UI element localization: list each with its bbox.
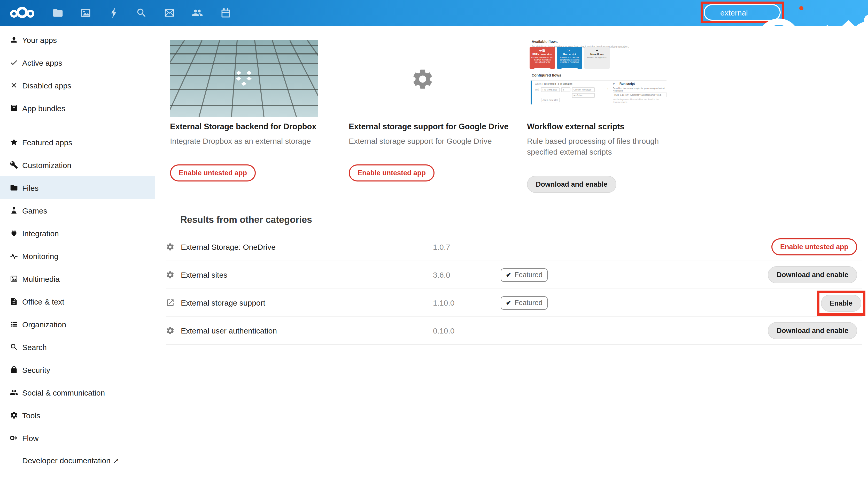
preview-available-flows-title: Available flows <box>532 40 558 44</box>
flow-icon <box>10 434 18 442</box>
app-name: External storage support <box>181 298 265 307</box>
clear-search-icon[interactable] <box>768 9 775 16</box>
sidebar-item-office-text[interactable]: Office & text <box>0 290 155 313</box>
download-and-enable-button[interactable]: Download and enable <box>768 266 857 283</box>
gear-icon <box>10 411 18 419</box>
activity-bolt-icon[interactable] <box>108 7 119 19</box>
star-icon <box>10 138 18 146</box>
active-app-caret <box>842 20 855 26</box>
apps-sidebar: Your apps Active apps Disabled apps App … <box>0 26 155 485</box>
lock-icon <box>10 366 18 374</box>
table-row-onedrive: External Storage: OneDrive 1.0.7 Enable … <box>166 233 862 261</box>
search-box[interactable] <box>704 4 781 21</box>
workflow-app-screenshot: Available flows For details on how to wr… <box>527 37 668 111</box>
mail-icon[interactable] <box>164 7 175 19</box>
photos-icon[interactable] <box>80 7 91 19</box>
check-icon: ✔ <box>506 271 512 279</box>
joystick-icon <box>10 206 18 215</box>
download-and-enable-button[interactable]: Download and enable <box>527 176 616 193</box>
top-bar <box>0 0 868 26</box>
download-and-enable-button[interactable]: Download and enable <box>768 322 857 339</box>
developer-documentation-link[interactable]: Developer documentation ↗ <box>0 449 155 472</box>
terminal-icon: >_ <box>613 82 616 85</box>
sidebar-item-app-bundles[interactable]: App bundles <box>0 97 155 119</box>
app-version: 1.10.0 <box>433 298 455 307</box>
sidebar-item-disabled-apps[interactable]: Disabled apps <box>0 74 155 97</box>
preview-flow-pdf: ➜🗎 PDF conversion Convert documents into… <box>530 47 555 69</box>
pdf-icon: ➜🗎 <box>530 49 555 53</box>
app-name: External Storage: OneDrive <box>181 242 276 251</box>
enable-untested-app-button[interactable]: Enable untested app <box>771 238 857 255</box>
contacts-menu-icon[interactable] <box>817 7 829 19</box>
app-card-subtitle: Integrate Dropbox as an external storage <box>170 136 311 146</box>
folder-icon <box>10 183 18 192</box>
sidebar-item-active-apps[interactable]: Active apps <box>0 51 155 74</box>
settings-gear-icon[interactable] <box>842 6 855 19</box>
sidebar-item-multimedia[interactable]: Multimedia <box>0 267 155 290</box>
files-folder-icon[interactable] <box>52 7 64 19</box>
results-heading: Results from other categories <box>180 215 312 225</box>
sidebar-item-integration[interactable]: Integration <box>0 222 155 245</box>
enable-untested-app-button[interactable]: Enable untested app <box>349 165 435 181</box>
app-card-title: External Storage backend for Dropbox <box>170 122 316 131</box>
notification-dot <box>799 6 803 10</box>
nextcloud-logo-icon[interactable] <box>9 5 36 20</box>
sidebar-item-files[interactable]: Files <box>0 176 155 199</box>
app-card-title: Workflow external scripts <box>527 122 624 131</box>
document-icon <box>10 297 18 306</box>
contacts-icon[interactable] <box>192 7 203 19</box>
preview-flow-more: + More flows Browse the app store <box>584 47 610 69</box>
app-version: 0.10.0 <box>433 326 455 335</box>
sidebar-item-games[interactable]: Games <box>0 199 155 222</box>
app-version: 3.6.0 <box>433 270 450 279</box>
sidebar-item-search[interactable]: Search <box>0 336 155 358</box>
plug-icon <box>10 229 18 237</box>
search-input[interactable] <box>720 8 765 17</box>
sidebar-item-security[interactable]: Security <box>0 358 155 381</box>
app-version: 1.0.7 <box>433 242 450 251</box>
app-name: External user authentication <box>181 326 277 335</box>
magnifier-icon <box>10 343 18 351</box>
plus-icon: + <box>584 49 610 53</box>
app-window: Your apps Active apps Disabled apps App … <box>0 0 868 485</box>
sidebar-item-your-apps[interactable]: Your apps <box>0 28 155 51</box>
terminal-icon: >_ <box>557 49 582 53</box>
sidebar-item-monitoring[interactable]: Monitoring <box>0 245 155 267</box>
sidebar-item-organization[interactable]: Organization <box>0 313 155 336</box>
preview-configured-flow: When File created , File updated and Fil… <box>531 80 666 105</box>
calendar-icon[interactable] <box>220 7 231 19</box>
sidebar-group-gap <box>0 119 155 131</box>
app-card-subtitle: Rule based processing of files through s… <box>527 136 660 157</box>
bundle-icon <box>10 104 18 112</box>
enable-untested-app-button[interactable]: Enable untested app <box>170 165 256 181</box>
check-icon <box>10 58 18 67</box>
enable-annotation-highlight: Enable <box>816 291 865 316</box>
app-card-subtitle: External storage support for Google Driv… <box>349 136 492 146</box>
table-row-external-user-authentication: External user authentication 0.10.0 Down… <box>166 317 862 345</box>
enable-button[interactable]: Enable <box>821 295 861 312</box>
table-row-external-storage-support: External storage support 1.10.0 ✔ Featur… <box>166 289 862 317</box>
pulse-icon <box>10 252 18 260</box>
app-card-title: External storage support for Google Driv… <box>349 122 508 131</box>
preview-configured-flows-title: Configured flows <box>532 74 561 77</box>
sidebar-item-customization[interactable]: Customization <box>0 153 155 176</box>
close-icon <box>10 81 18 89</box>
sidebar-item-tools[interactable]: Tools <box>0 404 155 427</box>
featured-badge: ✔ Featured <box>501 296 548 310</box>
image-icon <box>10 275 18 283</box>
arrow-right-icon: → <box>605 86 609 90</box>
search-icon <box>709 8 717 16</box>
sidebar-item-social-communication[interactable]: Social & communication <box>0 381 155 404</box>
sidebar-item-flow[interactable]: Flow <box>0 427 155 449</box>
sidebar-item-featured-apps[interactable]: Featured apps <box>0 131 155 153</box>
search-annotation-highlight <box>701 2 784 23</box>
notifications-bell-icon[interactable] <box>792 7 802 18</box>
app-placeholder-gear-icon <box>411 67 435 91</box>
search-app-icon[interactable] <box>136 7 147 19</box>
results-table: External Storage: OneDrive 1.0.7 Enable … <box>166 233 862 345</box>
app-name: External sites <box>181 270 227 279</box>
external-link-icon <box>166 298 175 307</box>
list-icon <box>10 320 18 328</box>
gear-icon <box>166 270 175 279</box>
preview-flow-script: >_ Run script Pass files to external scr… <box>557 47 582 69</box>
